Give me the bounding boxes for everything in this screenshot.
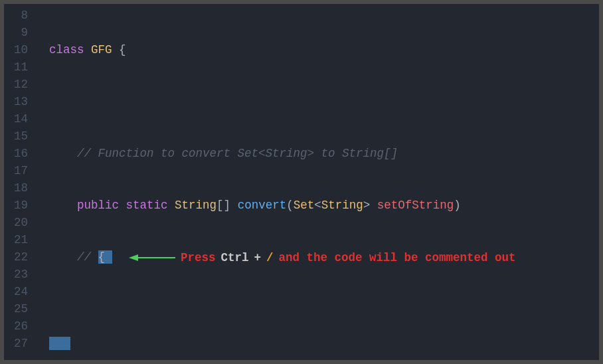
line-number: 14 bbox=[4, 110, 28, 128]
code-line-10[interactable]: // Function to convert Set<String> to St… bbox=[49, 145, 599, 162]
annot-rest: and the code will be commented out bbox=[279, 249, 516, 266]
line-number: 15 bbox=[4, 128, 28, 145]
annot-plus: + bbox=[254, 249, 262, 266]
line-number: 16 bbox=[4, 145, 28, 162]
annot-press: Press bbox=[181, 249, 216, 266]
line-number: 23 bbox=[4, 266, 28, 283]
line-number: 12 bbox=[4, 76, 28, 93]
line-number: 24 bbox=[4, 283, 28, 300]
line-number: 17 bbox=[4, 162, 28, 179]
line-number: 18 bbox=[4, 179, 28, 197]
line-number: 19 bbox=[4, 197, 28, 214]
annot-slash: / bbox=[266, 249, 274, 266]
line-number: 27 bbox=[4, 335, 28, 352]
line-number: 21 bbox=[4, 231, 28, 248]
code-line-9[interactable] bbox=[49, 93, 599, 110]
code-line-12[interactable]: // { Press Ctrl + / and the code will be… bbox=[49, 248, 599, 300]
code-line-8[interactable]: class GFG { bbox=[49, 41, 599, 58]
line-number: 10 bbox=[4, 41, 28, 58]
code-line-11[interactable]: public static String[] convert(Set<Strin… bbox=[49, 197, 599, 214]
svg-marker-1 bbox=[129, 254, 138, 261]
line-number: 11 bbox=[4, 58, 28, 76]
line-number: 20 bbox=[4, 214, 28, 231]
line-number: 8 bbox=[4, 7, 28, 24]
line-number: 22 bbox=[4, 248, 28, 266]
code-line-13[interactable] bbox=[49, 335, 599, 352]
line-number: 9 bbox=[4, 24, 28, 41]
line-number-gutter: 8 9 10 11 12 13 14 15 16 17 18 19 20 21 … bbox=[4, 4, 36, 360]
line-number: 25 bbox=[4, 300, 28, 318]
annotation-overlay: Press Ctrl + / and the code will be comm… bbox=[129, 249, 516, 266]
annot-ctrl: Ctrl bbox=[221, 249, 249, 266]
line-number: 13 bbox=[4, 93, 28, 110]
code-editor[interactable]: 8 9 10 11 12 13 14 15 16 17 18 19 20 21 … bbox=[4, 4, 599, 360]
arrow-left-icon bbox=[129, 251, 175, 264]
code-area[interactable]: class GFG { // Function to convert Set<S… bbox=[36, 4, 599, 360]
line-number: 26 bbox=[4, 318, 28, 335]
